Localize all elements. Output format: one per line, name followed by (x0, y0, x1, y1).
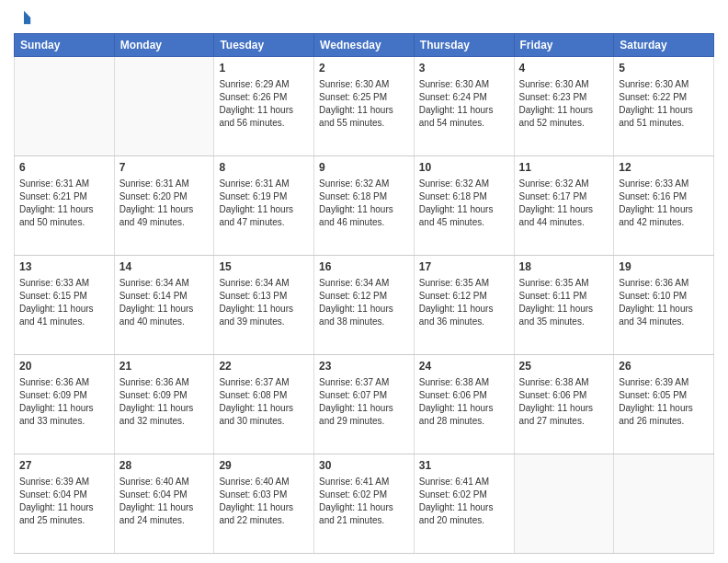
calendar-cell: 3Sunrise: 6:30 AM Sunset: 6:24 PM Daylig… (414, 57, 514, 156)
day-info: Sunrise: 6:39 AM Sunset: 6:05 PM Dayligh… (619, 376, 709, 428)
day-info: Sunrise: 6:31 AM Sunset: 6:19 PM Dayligh… (219, 178, 309, 229)
day-info: Sunrise: 6:41 AM Sunset: 6:02 PM Dayligh… (319, 476, 409, 527)
calendar-cell (514, 454, 614, 554)
day-info: Sunrise: 6:30 AM Sunset: 6:22 PM Dayligh… (619, 78, 709, 130)
calendar-cell: 7Sunrise: 6:31 AM Sunset: 6:20 PM Daylig… (114, 156, 214, 256)
calendar-cell: 9Sunrise: 6:32 AM Sunset: 6:18 PM Daylig… (314, 156, 415, 256)
day-number: 12 (619, 160, 709, 176)
calendar-header-row: SundayMondayTuesdayWednesdayThursdayFrid… (15, 34, 714, 57)
day-info: Sunrise: 6:37 AM Sunset: 6:08 PM Dayligh… (219, 376, 309, 428)
week-row-5: 27Sunrise: 6:39 AM Sunset: 6:04 PM Dayli… (15, 454, 714, 554)
day-info: Sunrise: 6:36 AM Sunset: 6:09 PM Dayligh… (119, 376, 210, 428)
svg-marker-0 (24, 11, 30, 17)
day-number: 29 (219, 458, 309, 474)
day-number: 4 (519, 61, 609, 76)
day-info: Sunrise: 6:41 AM Sunset: 6:02 PM Dayligh… (419, 476, 509, 527)
day-number: 3 (419, 61, 509, 76)
day-number: 17 (419, 259, 509, 275)
calendar-cell: 22Sunrise: 6:37 AM Sunset: 6:08 PM Dayli… (214, 355, 314, 454)
calendar-cell: 8Sunrise: 6:31 AM Sunset: 6:19 PM Daylig… (214, 156, 314, 256)
day-number: 1 (219, 61, 309, 76)
calendar-cell: 14Sunrise: 6:34 AM Sunset: 6:14 PM Dayli… (114, 256, 214, 355)
day-number: 24 (419, 359, 509, 374)
calendar-cell: 20Sunrise: 6:36 AM Sunset: 6:09 PM Dayli… (15, 355, 115, 454)
calendar-cell: 26Sunrise: 6:39 AM Sunset: 6:05 PM Dayli… (614, 355, 714, 454)
day-number: 15 (219, 259, 309, 275)
calendar-cell (15, 57, 115, 156)
calendar-cell: 23Sunrise: 6:37 AM Sunset: 6:07 PM Dayli… (314, 355, 415, 454)
day-info: Sunrise: 6:39 AM Sunset: 6:04 PM Dayligh… (19, 476, 109, 527)
logo (14, 9, 32, 26)
day-info: Sunrise: 6:36 AM Sunset: 6:09 PM Dayligh… (19, 376, 109, 428)
day-info: Sunrise: 6:37 AM Sunset: 6:07 PM Dayligh… (319, 376, 409, 428)
day-info: Sunrise: 6:34 AM Sunset: 6:14 PM Dayligh… (119, 277, 210, 328)
day-info: Sunrise: 6:34 AM Sunset: 6:13 PM Dayligh… (219, 277, 309, 328)
day-number: 6 (19, 160, 109, 176)
week-row-4: 20Sunrise: 6:36 AM Sunset: 6:09 PM Dayli… (15, 355, 714, 454)
calendar-cell: 28Sunrise: 6:40 AM Sunset: 6:04 PM Dayli… (114, 454, 214, 554)
day-info: Sunrise: 6:31 AM Sunset: 6:21 PM Dayligh… (19, 178, 109, 229)
calendar-table: SundayMondayTuesdayWednesdayThursdayFrid… (14, 33, 714, 554)
day-number: 26 (619, 359, 709, 374)
calendar-cell: 16Sunrise: 6:34 AM Sunset: 6:12 PM Dayli… (314, 256, 415, 355)
calendar-cell: 2Sunrise: 6:30 AM Sunset: 6:25 PM Daylig… (314, 57, 415, 156)
day-number: 25 (519, 359, 609, 374)
day-info: Sunrise: 6:30 AM Sunset: 6:23 PM Dayligh… (519, 78, 609, 130)
week-row-3: 13Sunrise: 6:33 AM Sunset: 6:15 PM Dayli… (15, 256, 714, 355)
calendar-cell: 29Sunrise: 6:40 AM Sunset: 6:03 PM Dayli… (214, 454, 314, 554)
day-number: 13 (19, 259, 109, 275)
day-info: Sunrise: 6:33 AM Sunset: 6:15 PM Dayligh… (19, 277, 109, 328)
calendar-cell (614, 454, 714, 554)
logo-icon (16, 9, 32, 26)
calendar-cell: 18Sunrise: 6:35 AM Sunset: 6:11 PM Dayli… (514, 256, 614, 355)
day-number: 31 (419, 458, 509, 474)
calendar-header-sunday: Sunday (15, 34, 115, 57)
calendar-cell: 15Sunrise: 6:34 AM Sunset: 6:13 PM Dayli… (214, 256, 314, 355)
day-number: 2 (319, 61, 409, 76)
day-number: 22 (219, 359, 309, 374)
calendar-cell: 5Sunrise: 6:30 AM Sunset: 6:22 PM Daylig… (614, 57, 714, 156)
week-row-1: 1Sunrise: 6:29 AM Sunset: 6:26 PM Daylig… (15, 57, 714, 156)
calendar-cell: 4Sunrise: 6:30 AM Sunset: 6:23 PM Daylig… (514, 57, 614, 156)
day-info: Sunrise: 6:38 AM Sunset: 6:06 PM Dayligh… (419, 376, 509, 428)
day-number: 7 (119, 160, 210, 176)
calendar-cell: 30Sunrise: 6:41 AM Sunset: 6:02 PM Dayli… (314, 454, 415, 554)
day-number: 21 (119, 359, 210, 374)
day-info: Sunrise: 6:38 AM Sunset: 6:06 PM Dayligh… (519, 376, 609, 428)
day-number: 8 (219, 160, 309, 176)
page: SundayMondayTuesdayWednesdayThursdayFrid… (0, 0, 728, 563)
calendar-header-monday: Monday (114, 34, 214, 57)
day-info: Sunrise: 6:31 AM Sunset: 6:20 PM Dayligh… (119, 178, 210, 229)
day-info: Sunrise: 6:40 AM Sunset: 6:04 PM Dayligh… (119, 476, 210, 527)
header (14, 9, 714, 26)
day-info: Sunrise: 6:33 AM Sunset: 6:16 PM Dayligh… (619, 178, 709, 229)
calendar-cell: 10Sunrise: 6:32 AM Sunset: 6:18 PM Dayli… (414, 156, 514, 256)
calendar-cell: 12Sunrise: 6:33 AM Sunset: 6:16 PM Dayli… (614, 156, 714, 256)
calendar-cell: 24Sunrise: 6:38 AM Sunset: 6:06 PM Dayli… (414, 355, 514, 454)
calendar-cell: 1Sunrise: 6:29 AM Sunset: 6:26 PM Daylig… (214, 57, 314, 156)
day-number: 9 (319, 160, 409, 176)
svg-marker-1 (24, 17, 30, 24)
day-info: Sunrise: 6:35 AM Sunset: 6:12 PM Dayligh… (419, 277, 509, 328)
calendar-header-friday: Friday (514, 34, 614, 57)
day-info: Sunrise: 6:32 AM Sunset: 6:18 PM Dayligh… (419, 178, 509, 229)
calendar-cell: 21Sunrise: 6:36 AM Sunset: 6:09 PM Dayli… (114, 355, 214, 454)
calendar-cell: 19Sunrise: 6:36 AM Sunset: 6:10 PM Dayli… (614, 256, 714, 355)
calendar-header-saturday: Saturday (614, 34, 714, 57)
day-info: Sunrise: 6:30 AM Sunset: 6:25 PM Dayligh… (319, 78, 409, 130)
day-info: Sunrise: 6:35 AM Sunset: 6:11 PM Dayligh… (519, 277, 609, 328)
calendar-header-thursday: Thursday (414, 34, 514, 57)
calendar-cell: 27Sunrise: 6:39 AM Sunset: 6:04 PM Dayli… (15, 454, 115, 554)
day-info: Sunrise: 6:36 AM Sunset: 6:10 PM Dayligh… (619, 277, 709, 328)
day-info: Sunrise: 6:32 AM Sunset: 6:17 PM Dayligh… (519, 178, 609, 229)
calendar-cell: 17Sunrise: 6:35 AM Sunset: 6:12 PM Dayli… (414, 256, 514, 355)
day-number: 28 (119, 458, 210, 474)
day-number: 18 (519, 259, 609, 275)
calendar-cell: 31Sunrise: 6:41 AM Sunset: 6:02 PM Dayli… (414, 454, 514, 554)
day-number: 19 (619, 259, 709, 275)
day-number: 23 (319, 359, 409, 374)
day-info: Sunrise: 6:30 AM Sunset: 6:24 PM Dayligh… (419, 78, 509, 130)
calendar-cell: 25Sunrise: 6:38 AM Sunset: 6:06 PM Dayli… (514, 355, 614, 454)
day-number: 20 (19, 359, 109, 374)
day-info: Sunrise: 6:32 AM Sunset: 6:18 PM Dayligh… (319, 178, 409, 229)
